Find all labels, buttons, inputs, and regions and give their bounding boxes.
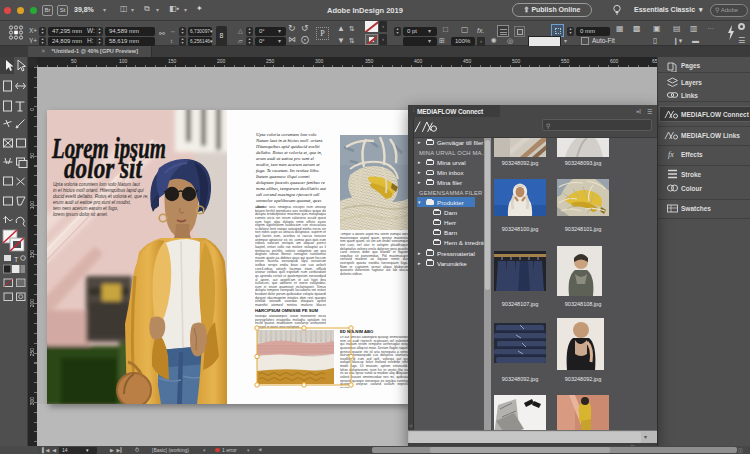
svg-text:tem nem acerum earum et fugo,: tem nem acerum earum et fugo, xyxy=(53,206,118,211)
svg-text:in et hicius moll oriant. Hit: in et hicius moll oriant. Hitemquibus la… xyxy=(53,188,145,193)
svg-text:ducid evelit dellabo. Rotus et: ducid evelit dellabo. Rotus et voloria e… xyxy=(53,194,149,199)
svg-text:Upta voloria coruntem lom volo: Upta voloria coruntem lom volo Natum lau… xyxy=(53,182,141,187)
svg-text:lorem ipsum dolor sit amet.: lorem ipsum dolor sit amet. xyxy=(53,212,108,217)
svg-text:T: T xyxy=(14,256,19,263)
svg-text:dolor sit: dolor sit xyxy=(64,151,143,184)
svg-text:erum audi ut eatioe pro sunt e: erum audi ut eatioe pro sunt el modist, xyxy=(53,200,131,205)
svg-text:fx: fx xyxy=(668,150,674,159)
